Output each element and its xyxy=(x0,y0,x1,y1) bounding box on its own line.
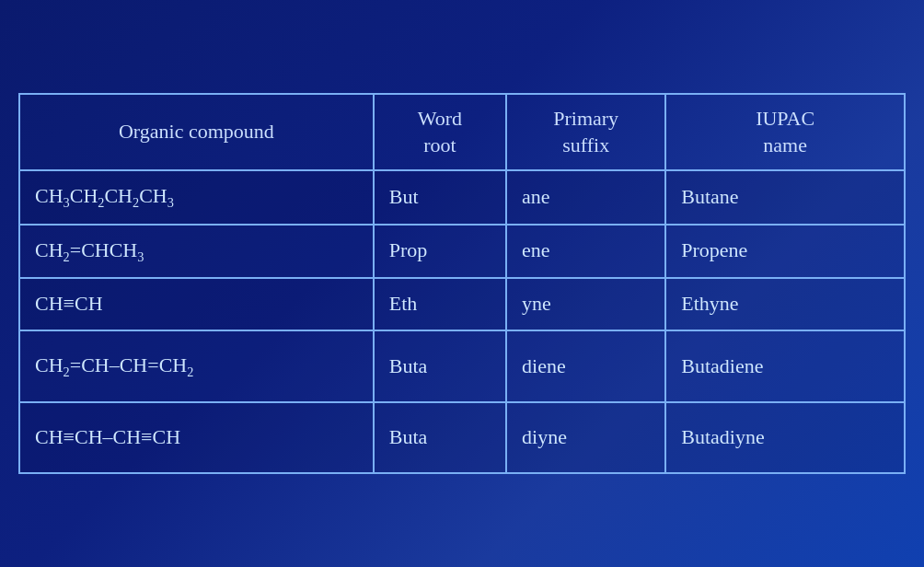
iupac-name-value: Butadiene xyxy=(665,330,905,402)
table-row: CH≡CH Eth yne Ethyne xyxy=(19,278,905,330)
iupac-name-value: Ethyne xyxy=(665,278,905,330)
word-root-value: But xyxy=(374,170,506,224)
primary-suffix-value: yne xyxy=(506,278,665,330)
word-root-value: Buta xyxy=(374,402,506,473)
primary-suffix-value: ane xyxy=(506,170,665,224)
compound-formula: CH2=CHCH3 xyxy=(19,225,374,278)
header-iupac-name: IUPACname xyxy=(665,94,905,170)
iupac-name-value: Butadiyne xyxy=(665,402,905,473)
iupac-name-value: Propene xyxy=(665,225,905,278)
table-row: CH2=CHCH3 Prop ene Propene xyxy=(19,225,905,278)
primary-suffix-value: diene xyxy=(506,330,665,402)
chemistry-table-container: Organic compound Wordroot Primarysuffix … xyxy=(18,93,906,474)
organic-compounds-table: Organic compound Wordroot Primarysuffix … xyxy=(18,93,906,474)
iupac-name-value: Butane xyxy=(665,170,905,224)
table-row: CH3CH2CH2CH3 But ane Butane xyxy=(19,170,905,224)
compound-formula: CH2=CH–CH=CH2 xyxy=(19,330,374,402)
word-root-value: Buta xyxy=(374,330,506,402)
table-header-row: Organic compound Wordroot Primarysuffix … xyxy=(19,94,905,170)
header-word-root: Wordroot xyxy=(374,94,506,170)
compound-formula: CH≡CH–CH≡CH xyxy=(19,402,374,473)
word-root-value: Prop xyxy=(374,225,506,278)
header-primary-suffix: Primarysuffix xyxy=(506,94,665,170)
compound-formula: CH3CH2CH2CH3 xyxy=(19,170,374,224)
compound-formula: CH≡CH xyxy=(19,278,374,330)
primary-suffix-value: ene xyxy=(506,225,665,278)
table-row: CH≡CH–CH≡CH Buta diyne Butadiyne xyxy=(19,402,905,473)
header-organic-compound: Organic compound xyxy=(19,94,374,170)
primary-suffix-value: diyne xyxy=(506,402,665,473)
table-row: CH2=CH–CH=CH2 Buta diene Butadiene xyxy=(19,330,905,402)
word-root-value: Eth xyxy=(374,278,506,330)
